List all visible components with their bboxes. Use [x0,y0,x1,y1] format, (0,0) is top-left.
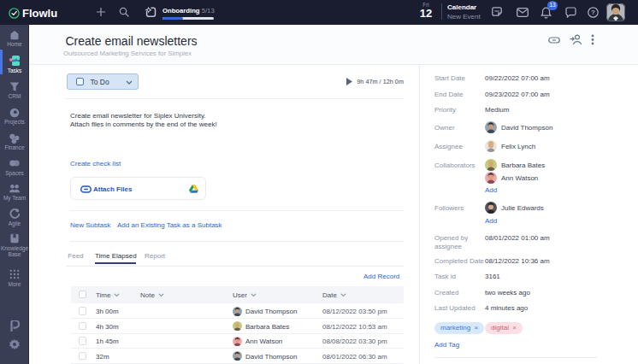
svg-text:?: ? [591,9,595,16]
